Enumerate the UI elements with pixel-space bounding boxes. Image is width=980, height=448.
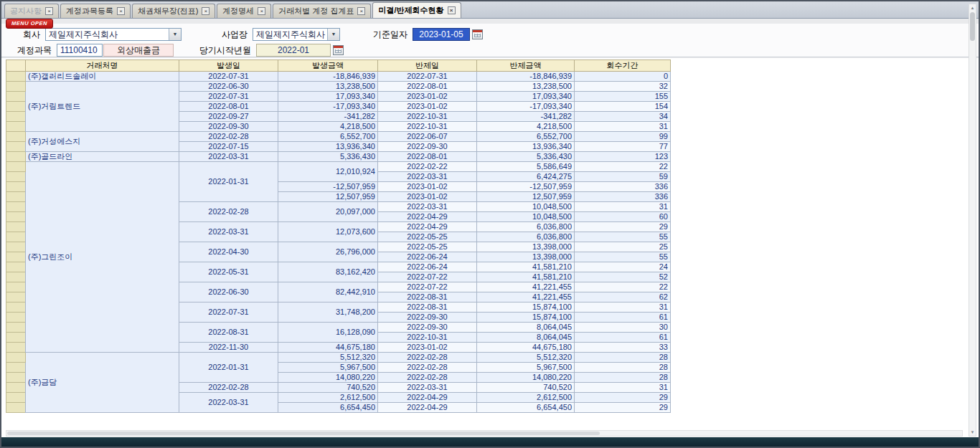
row-selector[interactable] (6, 302, 26, 313)
settlement-amount-cell: 14,080,220 (477, 373, 575, 383)
row-selector[interactable] (6, 102, 26, 112)
settlement-amount-cell: -18,846,939 (477, 72, 575, 82)
collection-days-cell: 55 (575, 252, 671, 262)
tab-close-icon[interactable]: × (357, 7, 365, 15)
occurrence-amount-cell: 4,218,500 (278, 122, 378, 132)
row-selector[interactable] (6, 262, 26, 272)
occurrence-amount-cell: 740,520 (278, 383, 378, 393)
menu-open-button[interactable]: MENU OPEN (6, 19, 53, 29)
row-selector[interactable] (6, 82, 26, 92)
row-selector[interactable] (6, 393, 26, 403)
tab-bar: 공지사항×계정과목등록×채권채무장(전표)×계정명세×거래처별 계정 집계표×미… (1, 1, 979, 19)
col-header-1[interactable]: 발생일 (179, 60, 278, 72)
collection-days-cell: 28 (575, 353, 671, 363)
tab-계정과목등록[interactable]: 계정과목등록× (60, 4, 131, 18)
tab-close-icon[interactable]: × (258, 7, 265, 15)
occurrence-amount-cell: 14,080,220 (278, 373, 378, 383)
settlement-amount-cell: 41,581,210 (477, 272, 575, 282)
settlement-amount-cell: 2,612,500 (477, 393, 575, 403)
base-date-input[interactable]: 2023-01-05 (413, 28, 470, 41)
settlement-date-cell: 2023-01-02 (378, 182, 477, 192)
tab-거래처별 계정 집계표[interactable]: 거래처별 계정 집계표× (273, 4, 371, 18)
row-selector[interactable] (6, 252, 26, 262)
row-selector[interactable] (6, 403, 26, 413)
account-code-input[interactable]: 11100410 (57, 44, 103, 57)
settlement-date-cell: 2023-01-02 (378, 192, 477, 202)
settlement-amount-cell: 13,238,500 (477, 82, 575, 92)
row-selector[interactable] (6, 353, 26, 363)
settlement-amount-cell: -12,507,959 (477, 182, 575, 192)
start-month-input[interactable]: 2022-01 (256, 44, 331, 57)
row-selector[interactable] (6, 72, 26, 82)
row-selector[interactable] (6, 122, 26, 132)
settlement-date-cell: 2022-10-31 (378, 122, 477, 132)
tab-close-icon[interactable]: × (202, 7, 209, 15)
row-selector[interactable] (6, 212, 26, 222)
settlement-date-cell: 2022-06-07 (378, 132, 477, 142)
col-header-4[interactable]: 반제금액 (477, 60, 575, 72)
base-date-label: 기준일자 (373, 29, 407, 41)
tab-미결/반제회수현황[interactable]: 미결/반제회수현황× (372, 2, 461, 18)
company-select[interactable]: 제일제지주식회사 ▼ (45, 28, 182, 41)
collection-days-cell: 59 (575, 172, 671, 182)
row-selector[interactable] (6, 272, 26, 282)
horizontal-scrollbar-thumb[interactable] (7, 432, 600, 435)
row-selector[interactable] (6, 333, 26, 343)
vertical-scrollbar[interactable]: ▲ ▼ (969, 4, 976, 437)
row-selector[interactable] (6, 373, 26, 383)
site-select[interactable]: 제일제지주식회사 ▼ (253, 28, 340, 41)
col-header-5[interactable]: 회수기간 (575, 60, 671, 72)
settlement-date-cell: 2022-03-31 (378, 202, 477, 212)
scroll-up-icon[interactable]: ▲ (969, 4, 976, 11)
vertical-scrollbar-thumb[interactable] (970, 12, 975, 41)
row-selector[interactable] (6, 363, 26, 373)
row-selector[interactable] (6, 92, 26, 102)
settlement-date-cell: 2023-01-02 (378, 92, 477, 102)
tab-공지사항[interactable]: 공지사항× (4, 4, 59, 18)
row-selector[interactable] (6, 323, 26, 333)
calendar-icon[interactable] (333, 45, 344, 55)
chevron-down-icon[interactable]: ▼ (169, 29, 181, 40)
occurrence-date-cell: 2022-07-15 (179, 142, 278, 152)
row-selector[interactable] (6, 202, 26, 212)
chevron-down-icon[interactable]: ▼ (327, 29, 339, 40)
row-selector[interactable] (6, 192, 26, 202)
row-selector[interactable] (6, 182, 26, 192)
row-selector[interactable] (6, 172, 26, 182)
account-name-field[interactable]: 외상매출금 (103, 44, 174, 57)
collection-days-cell: 0 (575, 72, 671, 82)
tab-채권채무장(전표)[interactable]: 채권채무장(전표)× (132, 4, 215, 18)
row-selector[interactable] (6, 152, 26, 162)
tab-계정명세[interactable]: 계정명세× (217, 4, 271, 18)
row-selector[interactable] (6, 112, 26, 122)
tab-close-icon[interactable]: × (117, 7, 125, 15)
row-selector[interactable] (6, 162, 26, 172)
tab-close-icon[interactable]: × (45, 7, 53, 15)
settlement-amount-cell: 10,048,500 (477, 202, 575, 212)
row-selector[interactable] (6, 313, 26, 323)
col-header-3[interactable]: 반제일 (378, 60, 477, 72)
tab-close-icon[interactable]: × (448, 6, 456, 14)
col-header-0[interactable]: 거래처명 (26, 60, 179, 72)
occurrence-date-cell: 2022-01-31 (179, 353, 278, 383)
row-selector[interactable] (6, 343, 26, 353)
settlement-date-cell: 2022-02-28 (378, 373, 477, 383)
row-selector[interactable] (6, 232, 26, 242)
row-selector[interactable] (6, 132, 26, 142)
occurrence-amount-cell: 6,552,700 (278, 132, 378, 142)
row-selector[interactable] (6, 282, 26, 292)
settlement-amount-cell: 5,336,430 (477, 152, 575, 162)
row-selector[interactable] (6, 383, 26, 393)
row-selector[interactable] (6, 292, 26, 302)
settlement-amount-cell: 15,874,100 (477, 302, 575, 313)
settlement-amount-cell: 13,398,000 (477, 252, 575, 262)
scroll-down-icon[interactable]: ▼ (969, 429, 976, 436)
occurrence-date-cell: 2022-09-30 (179, 122, 278, 132)
row-selector[interactable] (6, 242, 26, 252)
calendar-icon[interactable] (472, 29, 483, 39)
row-selector[interactable] (6, 222, 26, 232)
horizontal-scrollbar[interactable] (6, 430, 963, 437)
row-selector[interactable] (6, 142, 26, 152)
col-header-2[interactable]: 발생금액 (278, 60, 378, 72)
collection-days-cell: 336 (575, 182, 671, 192)
